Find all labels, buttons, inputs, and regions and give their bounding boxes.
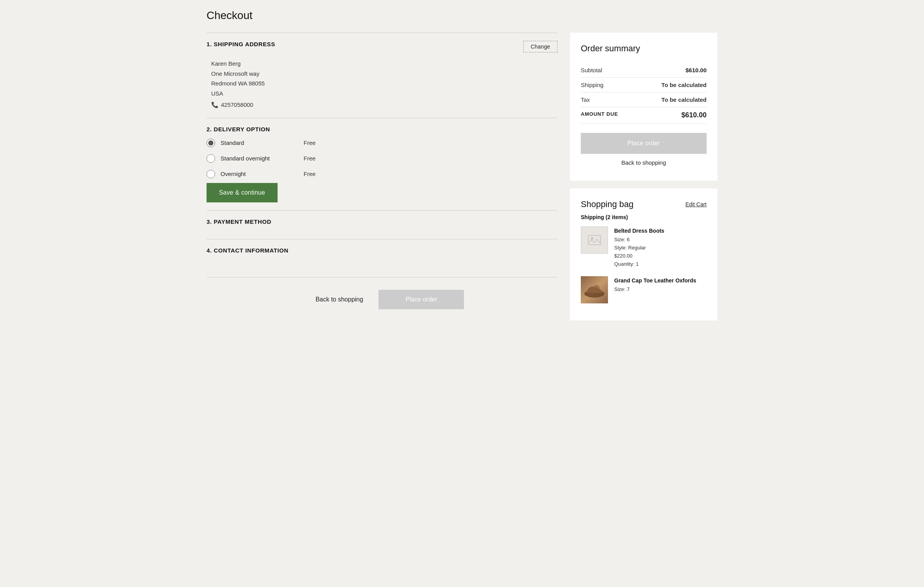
subtotal-value: $610.00	[686, 67, 707, 73]
phone-icon: 📞	[211, 100, 219, 110]
section-header-delivery: 2. DELIVERY OPTION	[207, 126, 558, 132]
bag-item-1-style: Style: Regular	[614, 244, 664, 252]
svg-rect-0	[588, 235, 601, 245]
delivery-label-overnight: Overnight	[221, 171, 298, 177]
bag-item-2-size: Size: 7	[614, 286, 696, 294]
delivery-option-standard-overnight[interactable]: Standard overnight Free	[207, 154, 558, 163]
shipping-value: To be calculated	[662, 82, 707, 88]
bag-item-2-name: Grand Cap Toe Leather Oxfords	[614, 276, 696, 285]
bag-item-1-thumb	[581, 226, 608, 254]
place-order-bottom-button[interactable]: Place order	[379, 290, 464, 309]
main-layout: 1. SHIPPING ADDRESS Change Karen Berg On…	[207, 33, 717, 320]
page-title: Checkout	[207, 9, 717, 22]
summary-row-subtotal: Subtotal $610.00	[581, 63, 707, 78]
delivery-price-standard: Free	[304, 139, 316, 146]
place-order-main-button[interactable]: Place order	[581, 133, 707, 154]
bag-item-2-info: Grand Cap Toe Leather Oxfords Size: 7	[614, 276, 696, 303]
bag-item-1-price: $220.00	[614, 252, 664, 260]
page-wrapper: Checkout 1. SHIPPING ADDRESS Change Kare…	[194, 0, 730, 330]
section-payment-method: 3. PAYMENT METHOD	[207, 210, 558, 239]
bag-header: Shopping bag Edit Cart	[581, 199, 707, 209]
amount-due-label: AMOUNT DUE	[581, 111, 618, 117]
delivery-price-standard-overnight: Free	[304, 155, 316, 162]
section-header-shipping: 1. SHIPPING ADDRESS Change	[207, 41, 558, 52]
back-to-shopping-right-button[interactable]: Back to shopping	[581, 154, 707, 171]
summary-row-shipping: Shipping To be calculated	[581, 78, 707, 92]
left-column: 1. SHIPPING ADDRESS Change Karen Berg On…	[207, 33, 558, 309]
svg-point-1	[591, 237, 593, 240]
section-header-payment: 3. PAYMENT METHOD	[207, 218, 558, 225]
change-address-button[interactable]: Change	[523, 41, 558, 52]
bag-item-2-thumb	[581, 276, 608, 303]
radio-overnight[interactable]	[207, 170, 215, 178]
tax-value: To be calculated	[662, 96, 707, 103]
address-country: USA	[211, 89, 558, 99]
subtotal-label: Subtotal	[581, 67, 602, 73]
shopping-bag-card: Shopping bag Edit Cart Shipping (2 items…	[570, 188, 717, 320]
order-summary-card: Order summary Subtotal $610.00 Shipping …	[570, 33, 717, 181]
bag-title: Shopping bag	[581, 199, 634, 209]
delivery-label-standard-overnight: Standard overnight	[221, 155, 298, 162]
bag-item-1-size: Size: 6	[614, 236, 664, 244]
tax-label: Tax	[581, 96, 590, 103]
bag-item-1-info: Belted Dress Boots Size: 6 Style: Regula…	[614, 226, 664, 268]
bag-item-1-quantity: Quantity: 1	[614, 260, 664, 268]
section-title-delivery: 2. DELIVERY OPTION	[207, 126, 270, 132]
edit-cart-link[interactable]: Edit Cart	[686, 201, 707, 207]
radio-standard[interactable]	[207, 139, 215, 147]
section-contact-information: 4. CONTACT INFORMATION	[207, 239, 558, 268]
address-city-state: Redmond WA 98055	[211, 78, 558, 89]
radio-standard-overnight[interactable]	[207, 154, 215, 163]
delivery-option-overnight[interactable]: Overnight Free	[207, 170, 558, 178]
order-summary-title: Order summary	[581, 44, 707, 54]
address-phone: 📞 4257058000	[211, 100, 558, 110]
bag-item-1-name: Belted Dress Boots	[614, 226, 664, 235]
section-title-payment: 3. PAYMENT METHOD	[207, 218, 271, 225]
section-shipping-address: 1. SHIPPING ADDRESS Change Karen Berg On…	[207, 33, 558, 118]
shoe-image-icon	[583, 278, 606, 301]
bag-item-1: Belted Dress Boots Size: 6 Style: Regula…	[581, 226, 707, 268]
section-delivery-option: 2. DELIVERY OPTION Standard Free Standar…	[207, 118, 558, 210]
bottom-actions: Back to shopping Place order	[207, 277, 558, 309]
summary-row-amount-due: AMOUNT DUE $610.00	[581, 107, 707, 124]
right-column: Order summary Subtotal $610.00 Shipping …	[570, 33, 717, 320]
delivery-option-standard[interactable]: Standard Free	[207, 139, 558, 147]
back-to-shopping-bottom-button[interactable]: Back to shopping	[300, 290, 379, 309]
summary-row-tax: Tax To be calculated	[581, 92, 707, 107]
address-block: Karen Berg One Microsoft way Redmond WA …	[207, 59, 558, 110]
amount-due-value: $610.00	[681, 111, 707, 119]
delivery-price-overnight: Free	[304, 171, 316, 177]
address-name: Karen Berg	[211, 59, 558, 69]
shipping-label: Shipping	[581, 82, 603, 88]
delivery-radio-group: Standard Free Standard overnight Free Ov…	[207, 139, 558, 178]
bag-section-label: Shipping (2 items)	[581, 214, 707, 220]
section-title-contact: 4. CONTACT INFORMATION	[207, 247, 288, 254]
image-placeholder-icon	[587, 233, 601, 247]
section-header-contact: 4. CONTACT INFORMATION	[207, 247, 558, 254]
save-continue-button[interactable]: Save & continue	[207, 183, 278, 202]
delivery-label-standard: Standard	[221, 139, 298, 146]
section-title-shipping: 1. SHIPPING ADDRESS	[207, 41, 275, 47]
bag-item-2: Grand Cap Toe Leather Oxfords Size: 7	[581, 276, 707, 303]
address-street: One Microsoft way	[211, 69, 558, 79]
